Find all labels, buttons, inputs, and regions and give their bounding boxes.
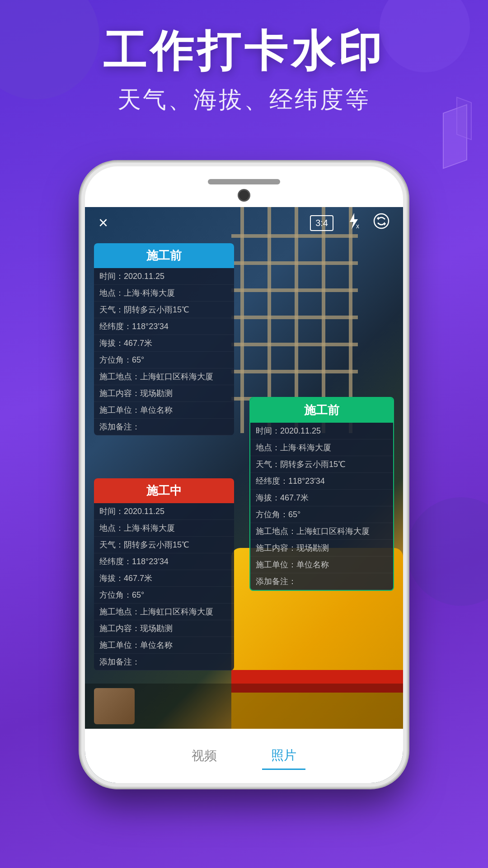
scaffold-h4 xyxy=(231,316,358,319)
card-row-label: 施工地点：上海虹口区科海大厦 xyxy=(99,371,213,382)
card-row-label: 添加备注： xyxy=(256,576,296,587)
svg-marker-4 xyxy=(384,222,386,226)
scaffold-h5 xyxy=(231,343,358,346)
card-row-label: 施工内容：现场勘测 xyxy=(99,388,173,399)
card-row: 时间：2020.11.25 xyxy=(250,423,393,439)
watermark-card-red: 施工中 时间：2020.11.25地点：上海·科海大厦天气：阴转多云小雨15℃经… xyxy=(94,478,234,670)
card-row-label: 施工内容：现场勘测 xyxy=(99,623,173,634)
thumb-1 xyxy=(94,688,135,724)
card-row-label: 地点：上海·科海大厦 xyxy=(99,523,175,533)
card-blue-rows: 时间：2020.11.25地点：上海·科海大厦天气：阴转多云小雨15℃经纬度：1… xyxy=(94,268,234,435)
card-row-label: 添加备注： xyxy=(99,421,140,432)
card-row-label: 地点：上海·科海大厦 xyxy=(256,442,331,453)
card-row: 地点：上海·科海大厦 xyxy=(94,520,234,537)
close-button[interactable]: × xyxy=(99,213,108,232)
ratio-badge[interactable]: 3:4 xyxy=(310,215,333,231)
card-row-label: 海拔：467.7米 xyxy=(99,338,152,349)
card-red-rows: 时间：2020.11.25地点：上海·科海大厦天气：阴转多云小雨15℃经纬度：1… xyxy=(94,503,234,670)
card-row: 天气：阴转多云小雨15℃ xyxy=(250,456,393,473)
card-row: 施工地点：上海虹口区科海大厦 xyxy=(94,604,234,620)
svg-marker-3 xyxy=(377,217,379,220)
card-row-label: 方位角：65° xyxy=(256,509,300,520)
tab-video[interactable]: 视频 xyxy=(183,743,226,769)
header-area: 工作打卡水印 天气、海拔、经纬度等 xyxy=(0,27,488,116)
tab-photo[interactable]: 照片 xyxy=(262,742,305,770)
card-row-label: 施工地点：上海虹口区科海大厦 xyxy=(99,606,213,617)
camera-topbar: × 3:4 x xyxy=(85,207,403,239)
svg-point-2 xyxy=(374,214,389,228)
svg-text:x: x xyxy=(356,222,359,229)
card-row: 施工单位：单位名称 xyxy=(94,402,234,419)
card-row-label: 方位角：65° xyxy=(99,590,144,600)
card-row: 施工单位：单位名称 xyxy=(250,557,393,573)
sub-title: 天气、海拔、经纬度等 xyxy=(0,84,488,116)
watermark-card-blue: 施工前 时间：2020.11.25地点：上海·科海大厦天气：阴转多云小雨15℃经… xyxy=(94,243,234,435)
card-row: 经纬度：118°23′34 xyxy=(250,473,393,490)
card-row-label: 天气：阴转多云小雨15℃ xyxy=(256,459,346,470)
card-row: 施工单位：单位名称 xyxy=(94,637,234,654)
card-row-label: 地点：上海·科海大厦 xyxy=(99,288,175,298)
card-row: 方位角：65° xyxy=(250,506,393,523)
card-row-label: 海拔：467.7米 xyxy=(99,573,152,584)
card-row-label: 时间：2020.11.25 xyxy=(99,506,164,517)
card-row-label: 海拔：467.7米 xyxy=(256,492,309,503)
card-row: 时间：2020.11.25 xyxy=(94,503,234,520)
card-blue-header: 施工前 xyxy=(94,243,234,268)
camera-screen: × 3:4 x xyxy=(85,207,403,783)
phone-camera xyxy=(238,189,250,202)
card-row: 海拔：467.7米 xyxy=(250,490,393,506)
card-green-header: 施工前 xyxy=(250,398,393,423)
card-row-label: 经纬度：118°23′34 xyxy=(99,321,169,332)
card-row: 方位角：65° xyxy=(94,587,234,604)
card-row-label: 天气：阴转多云小雨15℃ xyxy=(99,304,189,315)
card-row: 天气：阴转多云小雨15℃ xyxy=(94,537,234,553)
card-row-label: 时间：2020.11.25 xyxy=(99,271,164,282)
card-row: 施工内容：现场勘测 xyxy=(250,540,393,557)
camera-switch-icon[interactable] xyxy=(373,213,389,233)
watermark-card-green: 施工前 时间：2020.11.25地点：上海·科海大厦天气：阴转多云小雨15℃经… xyxy=(249,397,394,591)
card-row: 方位角：65° xyxy=(94,352,234,368)
card-green-rows: 时间：2020.11.25地点：上海·科海大厦天气：阴转多云小雨15℃经纬度：1… xyxy=(250,423,393,590)
card-row-label: 施工单位：单位名称 xyxy=(99,405,173,415)
scaffold-h2 xyxy=(231,261,358,265)
camera-bottom-tabs: 视频 照片 xyxy=(85,729,403,783)
card-row-label: 施工单位：单位名称 xyxy=(256,559,329,570)
card-row: 经纬度：118°23′34 xyxy=(94,553,234,570)
deco-circle-right xyxy=(407,497,488,606)
card-row: 施工地点：上海虹口区科海大厦 xyxy=(250,523,393,540)
card-row-label: 天气：阴转多云小雨15℃ xyxy=(99,539,189,550)
flash-icon[interactable]: x xyxy=(347,213,360,233)
phone-inner: × 3:4 x xyxy=(85,166,403,783)
card-row-label: 添加备注： xyxy=(99,656,140,667)
card-row: 天气：阴转多云小雨15℃ xyxy=(94,302,234,318)
card-row-label: 施工地点：上海虹口区科海大厦 xyxy=(256,526,370,537)
card-row: 添加备注： xyxy=(94,419,234,435)
card-row-label: 施工单位：单位名称 xyxy=(99,640,173,651)
card-row: 地点：上海·科海大厦 xyxy=(94,285,234,302)
phone-container: × 3:4 x xyxy=(81,163,407,814)
card-row: 海拔：467.7米 xyxy=(94,570,234,587)
card-red-header: 施工中 xyxy=(94,478,234,503)
card-row-label: 时间：2020.11.25 xyxy=(256,425,321,436)
phone-frame: × 3:4 x xyxy=(81,163,407,787)
card-row: 经纬度：118°23′34 xyxy=(94,318,234,335)
card-row: 施工地点：上海虹口区科海大厦 xyxy=(94,368,234,385)
card-row-label: 方位角：65° xyxy=(99,354,144,365)
main-title: 工作打卡水印 xyxy=(0,27,488,75)
card-row: 地点：上海·科海大厦 xyxy=(250,439,393,456)
card-row-label: 施工内容：现场勘测 xyxy=(256,542,329,553)
card-row: 添加备注： xyxy=(94,654,234,670)
card-row: 施工内容：现场勘测 xyxy=(94,385,234,402)
card-row: 时间：2020.11.25 xyxy=(94,268,234,285)
topbar-right: 3:4 x xyxy=(310,213,389,233)
scaffold-h3 xyxy=(231,288,358,292)
bottom-thumbs xyxy=(85,684,403,729)
card-row: 添加备注： xyxy=(250,573,393,590)
card-row-label: 经纬度：118°23′34 xyxy=(99,556,169,567)
card-row: 海拔：467.7米 xyxy=(94,335,234,352)
scaffold-h6 xyxy=(231,370,358,373)
card-row-label: 经纬度：118°23′34 xyxy=(256,476,325,486)
card-row: 施工内容：现场勘测 xyxy=(94,620,234,637)
phone-speaker xyxy=(208,179,280,184)
